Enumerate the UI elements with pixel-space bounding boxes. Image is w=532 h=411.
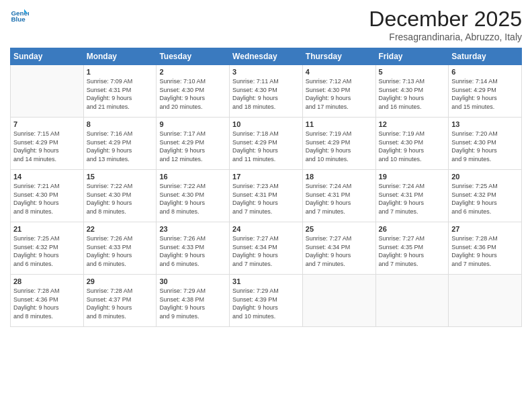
day-number: 1 [87,68,154,76]
day-number: 7 [13,120,81,128]
day-cell [302,275,375,327]
day-cell: 11Sunrise: 7:19 AMSunset: 4:29 PMDayligh… [302,118,375,170]
logo-icon: General Blue [10,7,29,26]
day-info: Sunrise: 7:15 AMSunset: 4:29 PMDaylight:… [13,130,81,163]
week-row-2: 14Sunrise: 7:21 AMSunset: 4:30 PMDayligh… [11,170,522,222]
day-info: Sunrise: 7:09 AMSunset: 4:31 PMDaylight:… [87,77,154,111]
day-info: Sunrise: 7:20 AMSunset: 4:30 PMDaylight:… [451,130,519,163]
day-number: 26 [379,225,446,233]
day-info: Sunrise: 7:10 AMSunset: 4:30 PMDaylight:… [159,77,226,111]
header-day-wednesday: Wednesday [230,48,303,65]
page-header: General Blue December 2025 Fresagrandina… [10,7,522,42]
day-number: 4 [306,68,373,76]
day-info: Sunrise: 7:18 AMSunset: 4:29 PMDaylight:… [232,130,300,163]
day-info: Sunrise: 7:25 AMSunset: 4:32 PMDaylight:… [13,234,81,268]
day-cell: 23Sunrise: 7:26 AMSunset: 4:33 PMDayligh… [157,222,230,275]
day-number: 24 [232,225,300,233]
day-info: Sunrise: 7:29 AMSunset: 4:39 PMDaylight:… [232,287,300,320]
day-number: 20 [451,173,519,181]
day-info: Sunrise: 7:13 AMSunset: 4:30 PMDaylight:… [379,77,446,111]
day-cell: 26Sunrise: 7:27 AMSunset: 4:35 PMDayligh… [375,222,449,275]
day-number: 3 [232,68,300,76]
day-cell: 21Sunrise: 7:25 AMSunset: 4:32 PMDayligh… [11,222,84,275]
day-info: Sunrise: 7:23 AMSunset: 4:31 PMDaylight:… [232,182,300,216]
day-cell: 17Sunrise: 7:23 AMSunset: 4:31 PMDayligh… [230,170,303,222]
day-info: Sunrise: 7:19 AMSunset: 4:30 PMDaylight:… [379,130,446,163]
day-number: 28 [13,277,81,285]
day-cell: 24Sunrise: 7:27 AMSunset: 4:34 PMDayligh… [230,222,303,275]
svg-text:Blue: Blue [11,15,26,23]
day-info: Sunrise: 7:28 AMSunset: 4:36 PMDaylight:… [451,234,519,268]
location-subtitle: Fresagrandinaria, Abruzzo, Italy [369,32,522,42]
day-info: Sunrise: 7:26 AMSunset: 4:33 PMDaylight:… [87,234,154,268]
day-number: 10 [232,120,300,128]
day-number: 31 [232,277,300,285]
day-number: 5 [379,68,446,76]
week-row-1: 7Sunrise: 7:15 AMSunset: 4:29 PMDaylight… [11,118,522,170]
day-number: 8 [87,120,154,128]
day-info: Sunrise: 7:27 AMSunset: 4:34 PMDaylight:… [232,234,300,268]
day-number: 21 [13,225,81,233]
header-day-friday: Friday [375,48,449,65]
day-number: 19 [379,173,446,181]
day-cell: 6Sunrise: 7:14 AMSunset: 4:29 PMDaylight… [449,65,522,118]
day-info: Sunrise: 7:24 AMSunset: 4:31 PMDaylight:… [379,182,446,216]
day-cell: 15Sunrise: 7:22 AMSunset: 4:30 PMDayligh… [83,170,157,222]
header-day-saturday: Saturday [449,48,522,65]
day-cell: 28Sunrise: 7:28 AMSunset: 4:36 PMDayligh… [11,275,84,327]
day-info: Sunrise: 7:21 AMSunset: 4:30 PMDaylight:… [13,182,81,216]
logo: General Blue [10,7,29,26]
week-row-0: 1Sunrise: 7:09 AMSunset: 4:31 PMDaylight… [11,65,522,118]
day-info: Sunrise: 7:19 AMSunset: 4:29 PMDaylight:… [306,130,373,163]
day-info: Sunrise: 7:22 AMSunset: 4:30 PMDaylight:… [87,182,154,216]
day-cell: 3Sunrise: 7:11 AMSunset: 4:30 PMDaylight… [230,65,303,118]
header-day-tuesday: Tuesday [157,48,230,65]
day-info: Sunrise: 7:14 AMSunset: 4:29 PMDaylight:… [451,77,519,111]
day-number: 6 [451,68,519,76]
day-cell: 14Sunrise: 7:21 AMSunset: 4:30 PMDayligh… [11,170,84,222]
day-cell: 8Sunrise: 7:16 AMSunset: 4:29 PMDaylight… [83,118,157,170]
day-number: 30 [159,277,226,285]
day-cell: 27Sunrise: 7:28 AMSunset: 4:36 PMDayligh… [449,222,522,275]
day-info: Sunrise: 7:25 AMSunset: 4:32 PMDaylight:… [451,182,519,216]
calendar-table: SundayMondayTuesdayWednesdayThursdayFrid… [10,48,522,327]
day-cell: 20Sunrise: 7:25 AMSunset: 4:32 PMDayligh… [449,170,522,222]
day-number: 16 [159,173,226,181]
day-cell: 19Sunrise: 7:24 AMSunset: 4:31 PMDayligh… [375,170,449,222]
day-info: Sunrise: 7:27 AMSunset: 4:34 PMDaylight:… [306,234,373,268]
day-cell: 13Sunrise: 7:20 AMSunset: 4:30 PMDayligh… [449,118,522,170]
day-cell: 30Sunrise: 7:29 AMSunset: 4:38 PMDayligh… [157,275,230,327]
day-cell: 7Sunrise: 7:15 AMSunset: 4:29 PMDaylight… [11,118,84,170]
day-number: 2 [159,68,226,76]
day-cell: 5Sunrise: 7:13 AMSunset: 4:30 PMDaylight… [375,65,449,118]
day-number: 22 [87,225,154,233]
day-number: 12 [379,120,446,128]
day-number: 13 [451,120,519,128]
day-info: Sunrise: 7:28 AMSunset: 4:37 PMDaylight:… [87,287,154,320]
day-cell: 2Sunrise: 7:10 AMSunset: 4:30 PMDaylight… [157,65,230,118]
day-cell: 18Sunrise: 7:24 AMSunset: 4:31 PMDayligh… [302,170,375,222]
day-number: 17 [232,173,300,181]
day-number: 11 [306,120,373,128]
day-info: Sunrise: 7:24 AMSunset: 4:31 PMDaylight:… [306,182,373,216]
calendar-header-row: SundayMondayTuesdayWednesdayThursdayFrid… [11,48,522,65]
day-cell: 1Sunrise: 7:09 AMSunset: 4:31 PMDaylight… [83,65,157,118]
day-cell: 29Sunrise: 7:28 AMSunset: 4:37 PMDayligh… [83,275,157,327]
day-cell [375,275,449,327]
day-info: Sunrise: 7:16 AMSunset: 4:29 PMDaylight:… [87,130,154,163]
day-number: 29 [87,277,154,285]
day-number: 18 [306,173,373,181]
day-info: Sunrise: 7:29 AMSunset: 4:38 PMDaylight:… [159,287,226,320]
day-cell: 31Sunrise: 7:29 AMSunset: 4:39 PMDayligh… [230,275,303,327]
day-cell: 22Sunrise: 7:26 AMSunset: 4:33 PMDayligh… [83,222,157,275]
page-container: General Blue December 2025 Fresagrandina… [0,0,532,411]
day-cell: 10Sunrise: 7:18 AMSunset: 4:29 PMDayligh… [230,118,303,170]
day-cell: 16Sunrise: 7:22 AMSunset: 4:30 PMDayligh… [157,170,230,222]
day-info: Sunrise: 7:27 AMSunset: 4:35 PMDaylight:… [379,234,446,268]
day-cell [449,275,522,327]
month-title: December 2025 [369,7,522,32]
day-info: Sunrise: 7:17 AMSunset: 4:29 PMDaylight:… [159,130,226,163]
day-number: 9 [159,120,226,128]
day-cell: 4Sunrise: 7:12 AMSunset: 4:30 PMDaylight… [302,65,375,118]
day-cell: 25Sunrise: 7:27 AMSunset: 4:34 PMDayligh… [302,222,375,275]
